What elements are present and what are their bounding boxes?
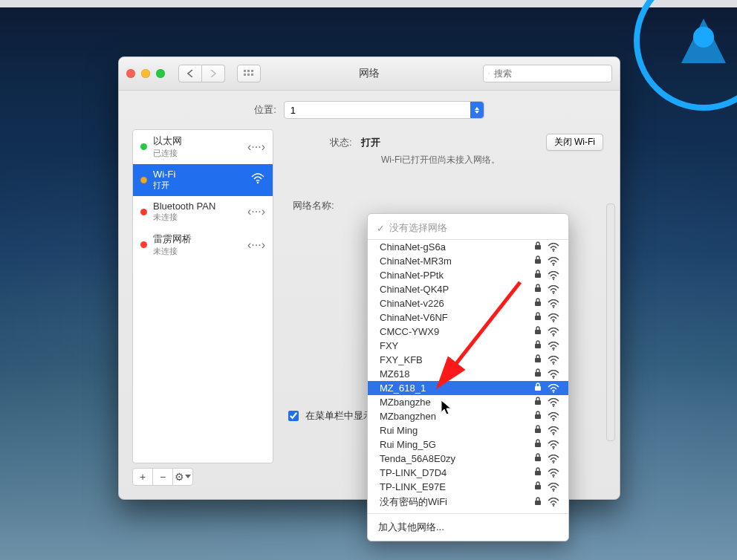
wifi-signal-icon [548, 285, 559, 294]
network-option[interactable]: 没有密码的WiFi [368, 494, 568, 510]
svg-rect-25 [535, 344, 541, 348]
search-icon [488, 69, 490, 78]
svg-point-38 [553, 434, 554, 435]
network-option[interactable]: MZbangzhen [368, 409, 568, 423]
svg-rect-11 [535, 245, 541, 250]
sidebar-controls: + − ⚙ [132, 468, 193, 486]
network-option[interactable]: TP-LINK_E97E [368, 480, 568, 494]
network-option[interactable]: Rui Ming [368, 423, 568, 437]
status-value: 打开 [361, 136, 380, 149]
svg-rect-15 [535, 273, 541, 278]
dropdown-endcap-icon [470, 102, 484, 118]
svg-point-34 [553, 406, 554, 407]
toggle-wifi-button[interactable]: 关闭 Wi-Fi [546, 134, 603, 151]
lock-icon [534, 425, 542, 436]
network-ssid: ChinaNet-V6NF [380, 312, 534, 323]
sidebar-item-bluetooth-pan[interactable]: Bluetooth PAN未连接‹···› [133, 196, 273, 228]
interface-status: 打开 [153, 180, 175, 191]
wifi-signal-icon [548, 398, 559, 407]
interface-status: 已连接 [153, 148, 182, 159]
svg-rect-35 [535, 414, 541, 419]
watermark-emblem [629, 0, 737, 115]
scrollbar[interactable] [606, 204, 615, 441]
svg-rect-4 [251, 70, 253, 72]
lock-icon [534, 481, 542, 492]
search-input[interactable] [493, 68, 607, 79]
nav-buttons [178, 65, 225, 82]
network-option[interactable]: ChinaNet-V6NF [368, 310, 568, 325]
network-option[interactable]: ChinaNet-gS6a [368, 240, 568, 254]
network-option[interactable]: ChinaNet-QK4P [368, 282, 568, 296]
network-option[interactable]: MZbangzhe [368, 395, 568, 409]
zoom-window-button[interactable] [156, 69, 165, 78]
back-button[interactable] [178, 65, 202, 82]
network-option[interactable]: MZ_618_1 [368, 381, 568, 395]
add-interface-button[interactable]: + [133, 469, 153, 485]
network-option[interactable]: CMCC-YWX9 [368, 325, 568, 339]
network-ssid: Rui Ming_5G [380, 439, 534, 450]
window-titlebar: 网络 [119, 57, 620, 91]
wifi-signal-icon [548, 356, 559, 365]
show-in-menubar-checkbox[interactable] [288, 411, 299, 421]
remove-interface-button[interactable]: − [153, 469, 173, 485]
svg-rect-23 [535, 330, 541, 334]
ethernet-icon: ‹···› [247, 140, 265, 154]
sidebar-item-wi-fi[interactable]: Wi-Fi打开 [133, 164, 273, 196]
svg-rect-2 [244, 70, 246, 72]
lock-icon [534, 497, 542, 508]
close-window-button[interactable] [126, 69, 135, 78]
svg-point-32 [553, 391, 554, 393]
status-subtext: Wi-Fi已打开但尚未接入网络。 [330, 154, 603, 166]
network-option[interactable]: Rui Ming_5G [368, 437, 568, 452]
network-option[interactable]: FXY_KFB [368, 353, 568, 367]
svg-point-40 [553, 448, 554, 449]
lock-icon [534, 255, 542, 267]
network-option[interactable]: Tenda_56A8E0zy [368, 452, 568, 466]
lock-icon [534, 312, 542, 323]
svg-rect-3 [247, 70, 250, 72]
network-option[interactable]: ChinaNet-PPtk [368, 268, 568, 282]
search-field[interactable] [483, 65, 612, 82]
lock-icon [534, 340, 542, 351]
network-ssid: FXY_KFB [380, 354, 534, 365]
location-dropdown[interactable]: 1 [284, 101, 484, 119]
join-other-option[interactable]: 加入其他网络... [368, 517, 568, 538]
status-dot-icon [140, 209, 147, 215]
network-ssid: ChinaNet-QK4P [380, 284, 534, 295]
location-label: 位置: [254, 103, 276, 117]
network-list: ChinaNet-gS6aChinaNet-MR3mChinaNet-PPtkC… [368, 240, 568, 510]
svg-line-9 [489, 74, 490, 74]
sidebar-item--[interactable]: 雷雳网桥未连接‹···› [133, 228, 273, 262]
network-ssid: MZ_618_1 [380, 382, 534, 394]
svg-rect-27 [535, 358, 541, 362]
svg-point-44 [553, 476, 554, 478]
network-option[interactable]: MZ618 [368, 367, 568, 381]
lock-icon [534, 382, 542, 394]
show-all-button[interactable] [237, 65, 261, 82]
svg-point-22 [553, 321, 554, 322]
network-dropdown: ✓ 没有选择网络 ChinaNet-gS6aChinaNet-MR3mChina… [367, 213, 569, 541]
sidebar-item--[interactable]: 以太网已连接‹···› [133, 130, 273, 164]
network-option[interactable]: ChinaNet-v226 [368, 296, 568, 310]
network-ssid: TP-LINK_D7D4 [380, 467, 534, 478]
wifi-signal-icon [548, 313, 559, 322]
wifi-signal-icon [548, 328, 559, 336]
network-option[interactable]: FXY [368, 339, 568, 353]
svg-point-8 [488, 73, 489, 74]
forward-button[interactable] [202, 65, 225, 82]
configure-interface-button[interactable]: ⚙ [173, 469, 192, 485]
location-row: 位置: 1 [119, 91, 620, 129]
network-option[interactable]: ChinaNet-MR3m [368, 254, 568, 268]
interface-status: 未连接 [153, 246, 192, 257]
wifi-signal-icon [548, 440, 559, 449]
lock-icon [534, 326, 542, 337]
lock-icon [534, 354, 542, 365]
network-option[interactable]: TP-LINK_D7D4 [368, 466, 568, 480]
interface-name: Bluetooth PAN [153, 201, 215, 212]
svg-rect-19 [535, 302, 541, 306]
network-ssid: ChinaNet-MR3m [380, 255, 534, 267]
svg-point-16 [553, 279, 554, 280]
minimize-window-button[interactable] [141, 69, 150, 78]
svg-rect-6 [247, 74, 250, 76]
network-ssid: Tenda_56A8E0zy [380, 453, 534, 464]
